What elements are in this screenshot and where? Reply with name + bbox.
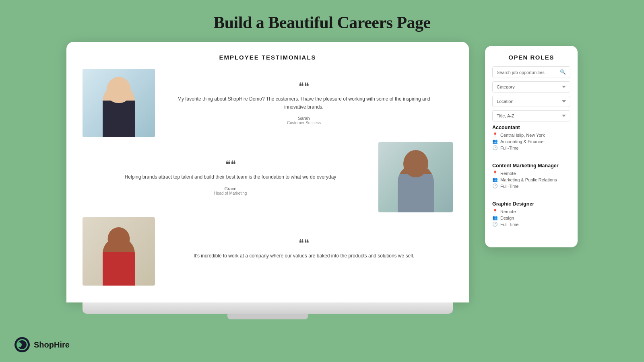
department-icon: 👥 xyxy=(492,139,498,144)
testimonial-photo-person3 xyxy=(83,217,155,286)
quote-name-sarah: Sarah xyxy=(167,116,441,121)
testimonials-container: ❝❝ My favorite thing about ShopHire Demo… xyxy=(83,69,453,290)
testimonial-photo-sarah xyxy=(83,69,155,137)
clock-icon: 🕐 xyxy=(492,145,498,150)
clock-icon: 🕐 xyxy=(492,222,498,227)
laptop-stand xyxy=(227,314,308,319)
quote-mark: ❝❝ xyxy=(95,159,366,170)
open-roles-panel: OPEN ROLES 🔍 Category Location Title, A-… xyxy=(485,46,578,247)
job-department-accountant: 👥 Accounting & Finance xyxy=(492,139,570,144)
testimonial-text-grace: ❝❝ Helping brands attract top talent and… xyxy=(83,151,378,203)
job-title-accountant[interactable]: Accountant xyxy=(492,125,570,130)
quote-text-sarah: My favorite thing about ShopHire Demo? T… xyxy=(167,95,441,111)
category-filter[interactable]: Category xyxy=(492,81,570,93)
search-box[interactable]: 🔍 xyxy=(492,66,570,78)
quote-mark: ❝❝ xyxy=(167,81,441,92)
job-listing-accountant: Accountant 📍 Central Islip, New York 👥 A… xyxy=(492,125,570,157)
testimonial-text-sarah: ❝❝ My favorite thing about ShopHire Demo… xyxy=(155,73,453,133)
logo-area: ShopHire xyxy=(14,337,70,352)
location-icon: 📍 xyxy=(492,171,498,176)
laptop-screen: EMPLOYEE TESTIMONIALS ❝❝ My favorite thi… xyxy=(66,42,469,302)
testimonial-text-person3: ❝❝ It's incredible to work at a company … xyxy=(155,230,453,273)
testimonial-photo-grace xyxy=(378,142,453,212)
job-department-content-marketing: 👥 Marketing & Public Relations xyxy=(492,177,570,182)
laptop-base xyxy=(83,302,453,314)
quote-name-grace: Grace xyxy=(95,186,366,191)
location-filter[interactable]: Location xyxy=(492,96,570,107)
panel-title: OPEN ROLES xyxy=(492,54,570,61)
department-icon: 👥 xyxy=(492,215,498,220)
quote-role-grace: Head of Marketing xyxy=(95,191,366,195)
quote-text-person3: It's incredible to work at a company whe… xyxy=(167,252,441,260)
page-title: Build a Beautiful Careers Page xyxy=(0,0,644,42)
quote-role-sarah: Customer Success xyxy=(167,121,441,125)
job-title-content-marketing[interactable]: Content Marketing Manager xyxy=(492,163,570,169)
job-location-graphic-designer: 📍 Remote xyxy=(492,209,570,214)
job-type-accountant: 🕐 Full-Time xyxy=(492,145,570,150)
job-location-accountant: 📍 Central Islip, New York xyxy=(492,132,570,138)
search-icon: 🔍 xyxy=(560,69,566,75)
testimonial-row: ❝❝ My favorite thing about ShopHire Demo… xyxy=(83,69,453,137)
job-type-graphic-designer: 🕐 Full-Time xyxy=(492,222,570,227)
location-icon: 📍 xyxy=(492,209,498,214)
shophire-logo-text: ShopHire xyxy=(34,340,70,350)
job-listing-graphic-designer: Graphic Designer 📍 Remote 👥 Design 🕐 Ful… xyxy=(492,201,570,234)
section-title: EMPLOYEE TESTIMONIALS xyxy=(83,54,453,61)
job-listing-content-marketing: Content Marketing Manager 📍 Remote 👥 Mar… xyxy=(492,163,570,195)
sort-filter[interactable]: Title, A-Z xyxy=(492,110,570,121)
department-icon: 👥 xyxy=(492,177,498,182)
quote-text-grace: Helping brands attract top talent and bu… xyxy=(95,173,366,181)
testimonial-row: ❝❝ It's incredible to work at a company … xyxy=(83,217,453,286)
main-layout: EMPLOYEE TESTIMONIALS ❝❝ My favorite thi… xyxy=(0,42,644,319)
location-icon: 📍 xyxy=(492,132,498,138)
laptop-container: EMPLOYEE TESTIMONIALS ❝❝ My favorite thi… xyxy=(66,42,469,319)
job-type-content-marketing: 🕐 Full-Time xyxy=(492,183,570,189)
testimonial-row: ❝❝ Helping brands attract top talent and… xyxy=(83,142,453,212)
job-department-graphic-designer: 👥 Design xyxy=(492,215,570,220)
quote-mark: ❝❝ xyxy=(167,238,441,249)
search-input[interactable] xyxy=(497,70,560,75)
shophire-logo-icon xyxy=(14,337,30,352)
job-title-graphic-designer[interactable]: Graphic Designer xyxy=(492,201,570,207)
job-location-content-marketing: 📍 Remote xyxy=(492,171,570,176)
clock-icon: 🕐 xyxy=(492,183,498,189)
